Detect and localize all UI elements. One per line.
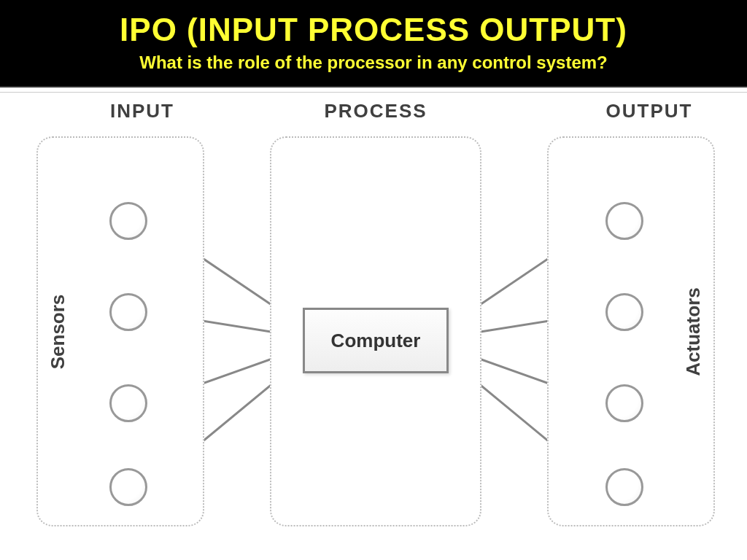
- output-group-box: Actuators: [547, 136, 715, 526]
- process-node-label: Computer: [331, 330, 421, 352]
- slide-title: IPO (INPUT PROCESS OUTPUT): [0, 12, 747, 48]
- column-header-output: OUTPUT: [587, 100, 711, 122]
- ipo-diagram: INPUT PROCESS OUTPUT Sensors Actuators C…: [0, 92, 747, 544]
- process-node-computer: Computer: [303, 308, 449, 373]
- actuator-node: [605, 293, 643, 331]
- input-group-label: Sensors: [47, 294, 69, 369]
- actuator-node: [605, 468, 643, 506]
- sensor-node: [109, 202, 147, 240]
- column-header-input: INPUT: [88, 100, 197, 122]
- sensor-node: [109, 384, 147, 422]
- slide-header: IPO (INPUT PROCESS OUTPUT) What is the r…: [0, 0, 747, 88]
- slide-subtitle: What is the role of the processor in any…: [0, 52, 747, 73]
- sensor-node: [109, 468, 147, 506]
- actuator-node: [605, 384, 643, 422]
- column-header-process: PROCESS: [310, 100, 441, 122]
- sensor-node: [109, 293, 147, 331]
- output-group-label: Actuators: [682, 287, 705, 376]
- input-group-box: Sensors: [36, 136, 204, 526]
- actuator-node: [605, 202, 643, 240]
